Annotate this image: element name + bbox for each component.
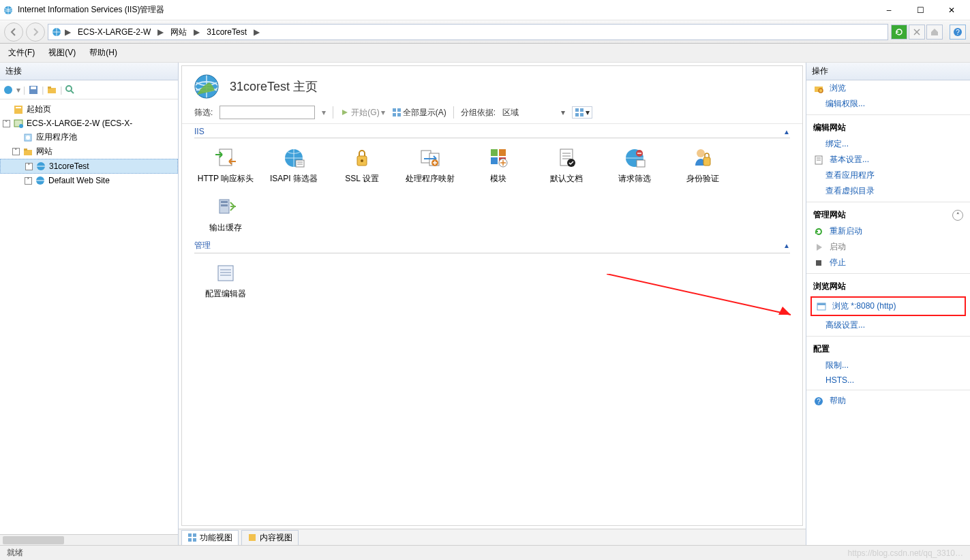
feature-label: SSL 设置 [345, 174, 379, 183]
svg-point-6 [4, 86, 12, 94]
collapse-icon[interactable]: ▲ [783, 242, 790, 249]
center-title: 31coreTest 主页 [230, 78, 318, 95]
start-dropdown[interactable]: 开始(G) ▾ [340, 107, 384, 119]
folder-up-icon[interactable] [46, 84, 57, 95]
close-button[interactable]: ✕ [936, 0, 967, 20]
action-basic-settings[interactable]: 基本设置... [806, 152, 970, 168]
feature-icon [213, 145, 239, 171]
site-globe-icon [193, 73, 220, 100]
feature-label: 身份验证 [686, 174, 719, 183]
forward-button[interactable] [26, 22, 45, 42]
tab-features[interactable]: 功能视图 [181, 530, 239, 545]
tree-site-default[interactable]: ˃ Default Web Site [0, 174, 178, 187]
group-by-select[interactable]: 区域 ▾ [502, 107, 565, 119]
svg-rect-43 [499, 149, 506, 156]
tree-site-31coretest[interactable]: ˃ 31coreTest [0, 159, 178, 174]
refresh-button[interactable] [891, 25, 907, 40]
filter-bar: 筛选: ▾ 开始(G) ▾ 全部显示(A) 分组依据: 区域 ▾ ▾ [182, 103, 802, 124]
collapse-section-icon[interactable]: ˄ [952, 210, 963, 221]
action-hsts[interactable]: HSTS... [806, 373, 970, 387]
restart-icon [813, 226, 824, 237]
feature-item[interactable]: 输出缓存 [194, 191, 257, 232]
breadcrumb-bar[interactable]: ▶ ECS-X-LARGE-2-W ▶ 网站 ▶ 31coreTest ▶ [48, 24, 888, 40]
tab-content[interactable]: 内容视图 [241, 530, 299, 545]
tree-sites[interactable]: ˅ 网站 [0, 144, 178, 159]
action-view-apps[interactable]: 查看应用程序 [806, 168, 970, 183]
action-start[interactable]: 启动 [806, 239, 970, 255]
section-edit-site: 编辑网站 [806, 118, 970, 136]
action-restart[interactable]: 重新启动 [806, 223, 970, 239]
svg-rect-26 [393, 108, 396, 112]
action-bindings[interactable]: 绑定... [806, 136, 970, 152]
globe-icon [51, 27, 62, 37]
menu-help[interactable]: 帮助(H) [89, 47, 117, 59]
action-browse-8080[interactable]: 浏览 *:8080 (http) [813, 298, 963, 314]
left-h-scrollbar[interactable] [0, 534, 178, 545]
feature-icon [213, 194, 239, 220]
feature-item[interactable]: 默认文档 [535, 142, 598, 183]
home-button[interactable] [926, 25, 943, 40]
help-button[interactable]: ? [950, 25, 966, 40]
svg-rect-30 [575, 108, 579, 112]
collapse-icon[interactable]: ▲ [783, 128, 790, 136]
center-pane: 31coreTest 主页 筛选: ▾ 开始(G) ▾ 全部显示(A) 分组依据… [179, 63, 806, 545]
section-manage-site: 管理网站 ˄ [806, 205, 970, 223]
breadcrumb-site[interactable]: 31coreTest [202, 26, 251, 38]
breadcrumb-server[interactable]: ECS-X-LARGE-2-W [74, 26, 155, 38]
watermark: https://blog.csdn.net/qq_3310… [848, 548, 963, 558]
action-view-vdir[interactable]: 查看虚拟目录 [806, 183, 970, 199]
feature-icon [213, 260, 239, 286]
tree-apppool[interactable]: 应用程序池 [0, 130, 178, 144]
minimize-button[interactable]: – [873, 0, 905, 20]
feature-item[interactable]: HTTP 响应标头 [194, 142, 257, 183]
svg-rect-31 [580, 108, 583, 112]
back-button[interactable] [4, 22, 23, 42]
menu-view[interactable]: 视图(V) [48, 47, 76, 59]
maximize-button[interactable]: ☐ [905, 0, 936, 20]
action-browse[interactable]: 浏览 [806, 80, 970, 96]
svg-rect-32 [575, 113, 579, 116]
menu-file[interactable]: 文件(F) [8, 47, 35, 59]
svg-text:?: ? [956, 29, 960, 36]
feature-item[interactable]: ISAPI 筛选器 [262, 142, 325, 183]
filter-input[interactable] [219, 106, 315, 119]
feature-item[interactable]: 模块 [467, 142, 530, 183]
breadcrumb-sites[interactable]: 网站 [166, 25, 191, 40]
svg-rect-27 [397, 108, 401, 112]
save-icon[interactable] [28, 84, 39, 95]
action-help[interactable]: ? 帮助 [806, 393, 970, 409]
feature-item[interactable]: 处理程序映射 [399, 142, 461, 183]
actions-pane: 操作 浏览 编辑权限... 编辑网站 绑定... 基本设置... 查看应用程序 … [806, 63, 970, 545]
tree-server[interactable]: ˅ ECS-X-LARGE-2-W (ECS-X- [0, 116, 178, 130]
show-all-button[interactable]: 全部显示(A) [392, 107, 446, 119]
action-limits[interactable]: 限制... [806, 358, 970, 373]
group-iis-header[interactable]: IIS▲ [194, 127, 790, 138]
feature-item[interactable]: 配置编辑器 [194, 258, 257, 298]
svg-rect-59 [221, 204, 228, 206]
feature-item[interactable]: 身份验证 [671, 142, 734, 183]
status-bar: 就绪 https://blog.csdn.net/qq_3310… [0, 545, 970, 560]
search-conn-icon[interactable] [65, 84, 76, 95]
view-mode-button[interactable]: ▾ [572, 106, 592, 119]
status-text: 就绪 [7, 547, 23, 559]
feature-icon [281, 145, 307, 171]
svg-rect-58 [221, 201, 228, 203]
action-stop[interactable]: 停止 [806, 255, 970, 270]
feature-item[interactable]: 请求筛选 [603, 142, 666, 183]
svg-rect-42 [491, 149, 498, 156]
connect-icon[interactable] [3, 84, 14, 95]
svg-point-11 [66, 86, 72, 91]
feature-label: ISAPI 筛选器 [270, 174, 318, 183]
section-browse-site: 浏览网站 [806, 277, 970, 295]
stop-nav-button[interactable] [909, 25, 925, 40]
action-advanced[interactable]: 高级设置... [806, 317, 970, 333]
action-edit-permissions[interactable]: 编辑权限... [806, 96, 970, 112]
tree-toggle[interactable]: ˅ [3, 120, 10, 127]
group-mgmt-header[interactable]: 管理▲ [194, 240, 790, 253]
svg-line-12 [71, 91, 74, 93]
connections-toolbar: ▾ | | | [0, 80, 178, 99]
feature-item[interactable]: SSL 设置 [331, 142, 393, 183]
tree-sites-label: 网站 [36, 146, 52, 157]
tree-start-page[interactable]: 起始页 [0, 102, 178, 116]
feature-label: 处理程序映射 [406, 174, 455, 183]
